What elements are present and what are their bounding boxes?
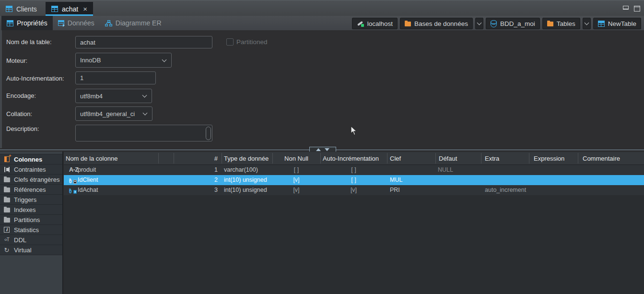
numeric-column-pk-icon: 09 [69, 187, 78, 194]
column-ordinal: 2 [174, 176, 218, 183]
tables-dropdown-button[interactable] [583, 18, 591, 29]
connection-icon [357, 20, 364, 27]
column-non-null: [ ] [272, 166, 320, 173]
database-button[interactable]: BDD_a_moi [486, 18, 540, 29]
header-name[interactable]: Nom de la colonne [66, 155, 117, 162]
databases-folder-icon [405, 22, 411, 26]
sidebar-item-label: Colonnes [14, 156, 42, 163]
sidebar-item-clefs-etrangeres[interactable]: Clefs étrangères [0, 175, 62, 185]
subtab-label: Données [68, 19, 94, 27]
sidebar-item-ddl[interactable]: ‹›T DDL [0, 235, 62, 245]
folder-icon [3, 207, 11, 212]
chevron-down-icon [142, 93, 147, 98]
header-default[interactable]: Défaut [439, 155, 457, 162]
connection-button[interactable]: localhost [352, 18, 398, 29]
table-name-label: Nom de la table: [6, 38, 52, 46]
sidebar-item-label: DDL [14, 236, 26, 244]
sidebar-item-colonnes[interactable]: Colonnes [0, 154, 62, 165]
databases-label: Bases de données [414, 20, 468, 27]
data-grid-icon [58, 20, 64, 26]
header-auto-increment[interactable]: Auto-Incrémentation [323, 155, 379, 162]
sidebar-item-references[interactable]: Références [0, 185, 62, 195]
subtab-label: Propriétés [17, 19, 47, 27]
subtab-proprietes[interactable]: Propriétés [1, 16, 53, 30]
column-auto-increment: [v] [320, 187, 387, 193]
properties-icon [7, 20, 13, 26]
description-textarea[interactable] [75, 125, 212, 141]
charset-value: utf8mb4 [80, 93, 103, 100]
virtual-icon: ↻ [3, 247, 11, 253]
tables-button[interactable]: Tables [542, 18, 580, 29]
sidebar-item-triggers[interactable]: Triggers [0, 195, 62, 205]
table-name-input[interactable] [75, 36, 212, 48]
chevron-down-icon [584, 21, 589, 25]
table-row-produit[interactable]: A-Z produit 1 varchar(100) [ ] [ ] NULL [64, 165, 644, 175]
navigation-toolbar: localhost Bases de données BDD_a_moi Tab… [352, 18, 641, 29]
databases-dropdown-button[interactable] [475, 18, 483, 29]
column-ordinal: 1 [174, 166, 218, 173]
folder-icon [3, 187, 11, 192]
column-type: varchar(100) [224, 166, 258, 173]
minimize-icon[interactable] [623, 6, 629, 10]
collapse-up-icon[interactable] [316, 148, 321, 151]
app-window: Clients achat × Propriétés Données Diagr… [0, 0, 644, 294]
tables-label: Tables [557, 20, 575, 27]
header-type[interactable]: Type de donnée [224, 155, 269, 162]
header-key[interactable]: Clef [390, 155, 401, 162]
ddl-icon: ‹›T [3, 237, 11, 243]
folder-icon [3, 217, 11, 223]
subtab-donnees[interactable]: Données [53, 16, 100, 30]
database-label: BDD_a_moi [500, 20, 535, 27]
chevron-down-icon [477, 21, 481, 25]
column-auto-increment: [ ] [320, 166, 387, 173]
sidebar-item-contraintes[interactable]: Contraintes [0, 165, 62, 175]
sidebar-item-partitions[interactable]: Partitions [0, 215, 62, 225]
subtab-diagramme-er[interactable]: Diagramme ER [100, 16, 167, 30]
tables-folder-icon [547, 22, 553, 26]
database-icon [491, 20, 497, 27]
table-row-idclient[interactable]: 09 IdClient 2 int(10) unsigned [v] [ ] M… [64, 175, 644, 185]
databases-button[interactable]: Bases de données [400, 18, 473, 29]
tab-label: Clients [16, 5, 37, 13]
column-name: IdClient [78, 176, 98, 183]
header-num[interactable]: # [174, 155, 218, 162]
table-icon [598, 21, 605, 27]
header-expression[interactable]: Expression [534, 155, 564, 162]
table-row-idachat[interactable]: 09 IdAchat 3 int(10) unsigned [v] [v] PR… [64, 185, 644, 195]
column-type: int(10) unsigned [224, 187, 267, 193]
engine-select[interactable]: InnoDB [75, 53, 172, 68]
autoincrement-input[interactable] [75, 71, 156, 84]
charset-label: Encodage: [6, 92, 36, 99]
column-key: PRI [390, 187, 400, 193]
table-icon [51, 6, 58, 12]
charset-select[interactable]: utf8mb4 [75, 89, 152, 103]
column-name: IdAchat [78, 187, 98, 193]
tab-clients[interactable]: Clients [0, 2, 43, 16]
current-table-label: NewTable [608, 20, 636, 27]
maximize-icon[interactable] [634, 6, 640, 12]
engine-label: Moteur: [6, 57, 27, 64]
header-comment[interactable]: Commentaire [583, 155, 620, 162]
sidebar-item-indexes[interactable]: Indexes [0, 205, 62, 215]
partitioned-checkbox[interactable] [226, 38, 234, 46]
close-tab-icon[interactable]: × [83, 5, 87, 12]
current-table-button[interactable]: NewTable [593, 18, 641, 29]
sidebar-item-label: Triggers [14, 196, 36, 203]
subtab-label: Diagramme ER [116, 19, 162, 27]
chevron-down-icon [143, 111, 148, 116]
collapse-down-icon[interactable] [325, 148, 329, 151]
collation-select[interactable]: utf8mb4_general_ci [75, 106, 152, 121]
sidebar-item-statistics[interactable]: i Statistics [0, 225, 62, 235]
folder-icon [3, 197, 11, 202]
partitioned-label: Partitioned [236, 38, 268, 46]
sidebar-item-label: Références [14, 186, 46, 193]
tab-achat[interactable]: achat × [46, 2, 93, 16]
column-non-null: [v] [272, 187, 320, 193]
sidebar-item-virtual[interactable]: ↻ Virtual [0, 245, 62, 255]
header-non-null[interactable]: Non Null [272, 155, 320, 162]
scrollbar-thumb[interactable] [206, 127, 211, 140]
header-extra[interactable]: Extra [485, 155, 499, 162]
numeric-column-fk-icon: 09 [69, 176, 78, 184]
columns-table: Nom de la colonne # Type de donnée Non N… [64, 152, 644, 294]
column-key: MUL [390, 176, 402, 183]
